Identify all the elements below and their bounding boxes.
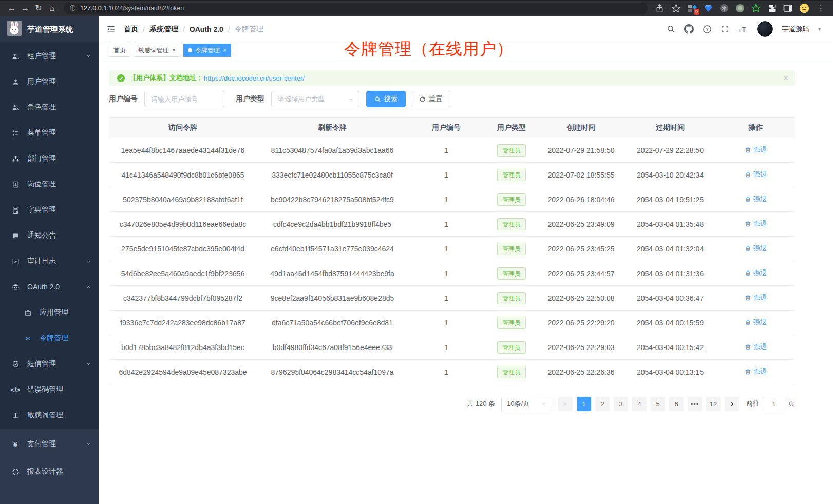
force-logout-button[interactable]: 强退 — [745, 195, 767, 204]
force-logout-button[interactable]: 强退 — [745, 145, 767, 154]
sidebar-item-label: 通知公告 — [27, 231, 56, 240]
breadcrumb-item[interactable]: 首页 — [124, 25, 138, 34]
force-logout-button[interactable]: 强退 — [745, 293, 767, 302]
user-id-cell: 1 — [408, 343, 485, 352]
roles-icon — [11, 104, 20, 111]
page-button[interactable]: 12 — [706, 397, 721, 411]
user-avatar[interactable] — [757, 21, 773, 37]
force-logout-label: 强退 — [753, 293, 767, 302]
tab-close-icon[interactable]: × — [223, 47, 226, 53]
sidebar-item-error-code[interactable]: </>错误码管理 — [0, 377, 99, 402]
side-panel-icon[interactable] — [783, 4, 792, 13]
sidebar-fold-icon[interactable] — [106, 25, 116, 34]
browser-menu-icon[interactable]: ⋮ — [816, 4, 826, 13]
tab-oauth2-token[interactable]: 令牌管理× — [183, 44, 231, 57]
sidebar-item-pay[interactable]: ¥支付管理 — [0, 430, 99, 458]
reset-button[interactable]: 重置 — [411, 91, 450, 107]
dot-circle-icon[interactable] — [735, 4, 745, 13]
doc-link[interactable]: https://doc.iocoder.cn/user-center/ — [204, 74, 305, 82]
access-token-cell: 54d6be82ee5a460a9aedc1f9bf223656 — [109, 269, 257, 278]
username[interactable]: 芋道源码 — [782, 25, 809, 34]
sidebar-item-oauth2[interactable]: OAuth 2.0 — [0, 274, 99, 300]
search-icon[interactable] — [667, 25, 675, 33]
fullscreen-icon[interactable] — [721, 25, 729, 33]
page-content: 【用户体系】文档地址： https://doc.iocoder.cn/user-… — [99, 59, 805, 411]
force-logout-button[interactable]: 强退 — [745, 244, 767, 253]
browser-home-icon[interactable]: ⌂ — [45, 1, 59, 16]
sidebar-item-audit-log[interactable]: 审计日志 — [0, 248, 99, 274]
sidebar-item-oauth2-token[interactable]: 令牌管理 — [0, 325, 99, 351]
user-menu-caret-icon[interactable]: ▾ — [818, 26, 821, 32]
sidebar-item-sms[interactable]: 短信管理 — [0, 351, 99, 377]
puzzle-icon[interactable] — [767, 4, 777, 13]
user-type-select[interactable]: 请选择用户类型 — [271, 91, 359, 107]
page-button[interactable]: 3 — [614, 397, 628, 411]
force-logout-button[interactable]: 强退 — [745, 170, 767, 179]
access-token-cell: 502375b8040a469a9b82188afdf6af1f — [109, 196, 257, 204]
page-button[interactable]: 2 — [595, 397, 610, 411]
sidebar-item-role[interactable]: 角色管理 — [0, 94, 99, 120]
help-icon[interactable]: ? — [703, 25, 712, 34]
green-star-icon[interactable] — [751, 4, 761, 13]
tab-label: 令牌管理 — [195, 46, 220, 55]
user-type-badge: 管理员 — [497, 341, 526, 354]
force-logout-button[interactable]: 强退 — [745, 219, 767, 228]
alert-close-icon[interactable]: ✕ — [783, 74, 789, 82]
sidebar-item-user[interactable]: 用户管理 — [0, 69, 99, 94]
browser-reload-icon[interactable]: ↻ — [32, 1, 45, 16]
gem-icon[interactable] — [704, 4, 713, 13]
breadcrumb-item[interactable]: OAuth 2.0 — [190, 25, 223, 33]
sidebar-item-tenant[interactable]: 租户管理 — [0, 43, 99, 69]
sidebar-item-notice[interactable]: 通知公告 — [0, 223, 99, 248]
table-row: b0d1785bc3a8482f812db4a3f3bd15ecb0df4980… — [109, 335, 795, 360]
page-button[interactable]: 6 — [669, 397, 684, 411]
force-logout-button[interactable]: 强退 — [745, 268, 767, 278]
user-type-cell: 管理员 — [485, 169, 538, 181]
column-header: 访问令牌 — [109, 123, 257, 132]
prev-page-button[interactable] — [558, 397, 573, 411]
breadcrumb-item[interactable]: 系统管理 — [149, 25, 178, 34]
github-icon[interactable] — [684, 24, 694, 34]
force-logout-button[interactable]: 强退 — [745, 342, 767, 352]
page-button[interactable]: 1 — [577, 397, 591, 411]
next-page-button[interactable] — [725, 397, 739, 411]
page-button[interactable]: 4 — [632, 397, 647, 411]
font-size-icon[interactable]: TT — [738, 25, 748, 34]
search-button[interactable]: 搜索 — [366, 91, 406, 107]
app-logo-bar[interactable]: 芋道管理系统 — [0, 16, 99, 42]
sidebar-item-sensitive-word[interactable]: 敏感词管理 — [0, 402, 99, 428]
page-size-select[interactable]: 10条/页 — [501, 397, 551, 411]
bookmark-star-icon[interactable] — [671, 4, 681, 13]
browser-forward-icon[interactable]: → — [18, 1, 32, 16]
sidebar-item-menu[interactable]: 菜单管理 — [0, 120, 99, 146]
sidebar-item-post[interactable]: 岗位管理 — [0, 171, 99, 197]
tab-home[interactable]: 首页 — [109, 44, 130, 57]
tab-close-icon[interactable]: × — [172, 47, 176, 53]
sidebar-item-report-designer[interactable]: 报表设计器 — [0, 458, 99, 486]
page-button[interactable]: 5 — [651, 397, 665, 411]
column-header: 刷新令牌 — [257, 123, 408, 132]
goto-page-input[interactable] — [763, 397, 785, 411]
sidebar-item-label: OAuth 2.0 — [27, 283, 60, 291]
force-logout-button[interactable]: 强退 — [745, 318, 767, 327]
action-cell: 强退 — [716, 244, 795, 254]
user-id-cell: 1 — [408, 146, 485, 154]
command-circle-icon[interactable] — [720, 4, 729, 13]
pager-more-button[interactable]: ••• — [688, 397, 702, 411]
force-logout-button[interactable]: 强退 — [745, 367, 767, 376]
filter-form: 用户编号 用户类型 请选择用户类型 搜索 重置 — [109, 91, 795, 107]
user-type-badge: 管理员 — [497, 144, 526, 157]
blocks-badge-icon[interactable]: 9 — [688, 4, 697, 13]
access-token-cell: c342377bf8b344799dcbf7bf095287f2 — [109, 294, 257, 302]
share-icon[interactable] — [655, 4, 665, 13]
site-info-icon[interactable]: ⓘ — [70, 4, 76, 13]
user-id-input[interactable] — [144, 91, 224, 107]
sidebar-item-dict[interactable]: 字典管理 — [0, 197, 99, 223]
sidebar-item-oauth2-application[interactable]: 应用管理 — [0, 300, 99, 325]
app-briefcase-icon — [24, 309, 32, 317]
profile-emoji-icon[interactable] — [799, 3, 809, 13]
address-bar[interactable]: ⓘ 127.0.0.1:1024/system/oauth2/token — [64, 3, 648, 14]
browser-back-icon[interactable]: ← — [5, 1, 18, 16]
sidebar-item-dept[interactable]: 部门管理 — [0, 146, 99, 171]
tab-sensitive-word[interactable]: 敏感词管理× — [134, 44, 180, 57]
